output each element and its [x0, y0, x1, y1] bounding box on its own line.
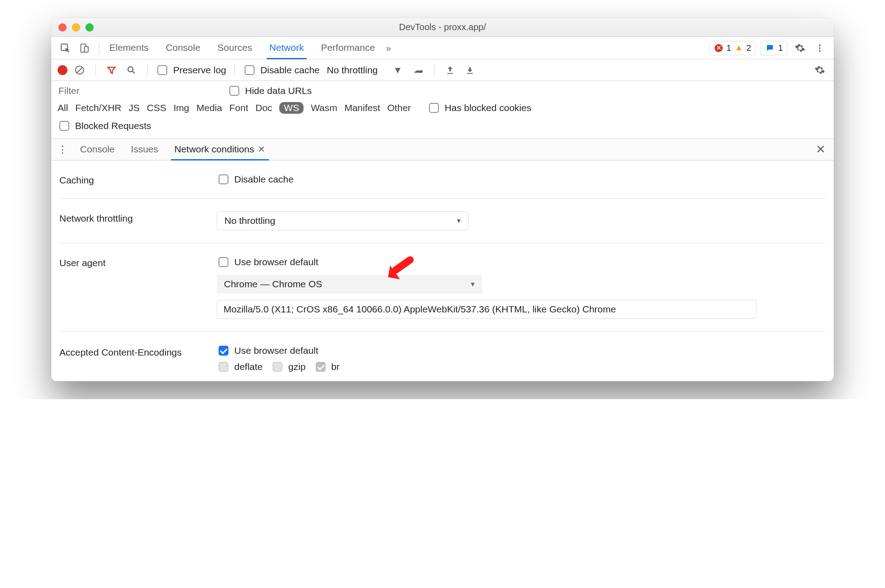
has-blocked-cookies-checkbox[interactable]: Has blocked cookies	[427, 102, 532, 114]
throttling-select[interactable]: No throttling ▼	[327, 65, 402, 76]
warning-icon: ▲	[735, 43, 743, 53]
caching-row: Caching Disable cache	[59, 160, 826, 199]
tab-sources[interactable]: Sources	[215, 37, 255, 59]
filter-icon[interactable]	[104, 62, 119, 78]
drawer-tab-network-conditions[interactable]: Network conditions ✕	[171, 139, 269, 160]
tab-network[interactable]: Network	[267, 37, 307, 59]
preserve-log-label: Preserve log	[173, 65, 226, 76]
ua-string-input[interactable]	[217, 300, 756, 319]
record-button[interactable]	[58, 65, 67, 75]
enc-use-default-checkbox[interactable]: Use browser default	[217, 344, 318, 357]
type-all[interactable]: All	[58, 102, 68, 113]
enc-br-label: br	[331, 361, 340, 372]
close-tab-icon[interactable]: ✕	[258, 144, 265, 155]
tab-console[interactable]: Console	[163, 37, 203, 59]
type-ws[interactable]: WS	[279, 102, 304, 114]
enc-gzip-checkbox[interactable]: gzip	[271, 361, 306, 373]
network-settings-icon[interactable]	[411, 62, 426, 78]
ua-use-default-checkbox[interactable]: Use browser default	[217, 256, 318, 268]
type-manifest[interactable]: Manifest	[344, 102, 380, 113]
enc-use-default-input[interactable]	[219, 346, 228, 356]
enc-deflate-checkbox[interactable]: deflate	[217, 361, 263, 373]
caching-label: Caching	[59, 173, 217, 186]
filter-row: Hide data URLs	[51, 81, 834, 101]
preserve-log-input[interactable]	[157, 65, 167, 75]
hide-data-urls-input[interactable]	[229, 86, 239, 96]
titlebar: DevTools - proxx.app/	[51, 18, 834, 37]
annotation-arrow-icon	[383, 251, 419, 287]
type-doc[interactable]: Doc	[255, 102, 272, 113]
download-har-icon[interactable]	[462, 62, 478, 78]
resource-type-filters: All Fetch/XHR JS CSS Img Media Font Doc …	[51, 101, 834, 118]
dropdown-icon: ▼	[456, 217, 462, 224]
type-img[interactable]: Img	[174, 102, 189, 113]
messages-chip[interactable]: 1	[760, 41, 788, 55]
tab-label: Network	[269, 42, 304, 53]
dropdown-icon: ▼	[469, 281, 476, 288]
drawer-tabstrip: ⋮ Console Issues Network conditions ✕ ✕	[51, 139, 834, 160]
drawer-close-icon[interactable]: ✕	[816, 143, 826, 156]
search-icon[interactable]	[124, 62, 139, 78]
ua-use-default-input[interactable]	[219, 257, 228, 267]
svg-rect-9	[447, 73, 453, 74]
drawer-tab-issues[interactable]: Issues	[127, 139, 162, 160]
network-conditions-panel: Caching Disable cache Network throttling…	[51, 160, 834, 381]
clear-icon[interactable]	[72, 62, 87, 78]
drawer-tab-label: Network conditions	[174, 144, 254, 155]
drawer-tab-console[interactable]: Console	[76, 139, 118, 160]
disable-cache-checkbox[interactable]: Disable cache	[243, 64, 320, 76]
blocked-requests-checkbox[interactable]: Blocked Requests	[58, 120, 151, 132]
has-blocked-cookies-input[interactable]	[429, 103, 439, 113]
svg-point-8	[420, 70, 423, 73]
ua-preset-dropdown[interactable]: Chrome — Chrome OS ▼	[217, 275, 482, 294]
tab-label: Sources	[218, 42, 252, 53]
svg-point-5	[819, 50, 821, 52]
type-fetchxhr[interactable]: Fetch/XHR	[75, 102, 121, 113]
type-wasm[interactable]: Wasm	[311, 102, 337, 113]
throttling-label: Network throttling	[59, 211, 217, 230]
panel-settings-icon[interactable]	[812, 62, 827, 78]
ua-preset-value: Chrome — Chrome OS	[224, 279, 322, 290]
blocked-requests-label: Blocked Requests	[75, 120, 151, 131]
preserve-log-checkbox[interactable]: Preserve log	[156, 64, 226, 76]
enc-deflate-label: deflate	[234, 361, 263, 372]
device-toolbar-icon[interactable]	[76, 40, 92, 56]
encodings-label: Accepted Content-Encodings	[59, 344, 217, 373]
enc-br-input[interactable]	[316, 362, 326, 372]
caching-disable-cache-input[interactable]	[219, 174, 228, 184]
ua-use-default-label: Use browser default	[234, 257, 318, 267]
type-js[interactable]: JS	[129, 102, 140, 113]
encoding-options: deflate gzip br	[217, 361, 340, 373]
type-css[interactable]: CSS	[147, 102, 166, 113]
inspect-element-icon[interactable]	[58, 40, 73, 56]
svg-point-7	[128, 67, 133, 71]
tabs-overflow-icon[interactable]: »	[386, 43, 391, 53]
tab-elements[interactable]: Elements	[107, 37, 152, 59]
enc-use-default-label: Use browser default	[234, 345, 318, 356]
throttling-dropdown[interactable]: No throttling ▼	[217, 211, 469, 230]
issues-chip[interactable]: ✕ 1 ▲ 2	[710, 41, 756, 55]
filter-input[interactable]	[58, 84, 219, 98]
drawer-menu-icon[interactable]: ⋮	[58, 144, 67, 156]
type-font[interactable]: Font	[229, 102, 248, 113]
more-menu-icon[interactable]	[812, 40, 827, 56]
enc-gzip-input[interactable]	[273, 362, 282, 372]
enc-deflate-input[interactable]	[219, 362, 228, 372]
settings-icon[interactable]	[792, 40, 808, 56]
disable-cache-input[interactable]	[245, 65, 255, 75]
tab-performance[interactable]: Performance	[318, 37, 378, 59]
throttling-dropdown-value: No throttling	[224, 215, 275, 226]
type-media[interactable]: Media	[197, 102, 222, 113]
type-other[interactable]: Other	[387, 102, 411, 113]
throttling-row: Network throttling No throttling ▼	[59, 199, 826, 243]
svg-point-4	[819, 47, 821, 49]
divider	[234, 64, 235, 76]
enc-br-checkbox[interactable]: br	[314, 361, 340, 373]
message-count: 1	[778, 43, 783, 53]
caching-disable-cache-checkbox[interactable]: Disable cache	[217, 173, 294, 186]
window-title: DevTools - proxx.app/	[51, 22, 834, 32]
blocked-requests-input[interactable]	[59, 121, 69, 131]
hide-data-urls-checkbox[interactable]: Hide data URLs	[228, 85, 312, 97]
svg-point-3	[819, 44, 821, 46]
upload-har-icon[interactable]	[442, 62, 458, 78]
